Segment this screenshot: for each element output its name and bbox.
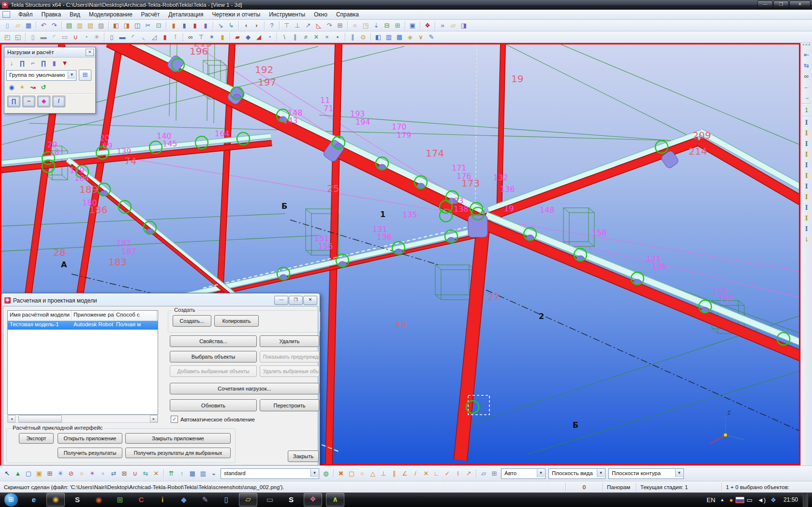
angle-icon[interactable]: ◺ (314, 21, 324, 30)
snap-angle-icon[interactable]: ∠ (400, 469, 410, 478)
dialog-title-bar[interactable]: ❖ Расчетная и проектная модели — ❐ ✕ (3, 295, 318, 306)
measure-icon[interactable]: ↗ (303, 21, 313, 30)
get-results-selected-button[interactable]: Получить результаты для выбранных (125, 448, 231, 458)
select-x-icon[interactable]: ✕ (151, 469, 161, 478)
tekla-tool-icon[interactable]: ❖ (423, 21, 432, 30)
edit-load-icon[interactable]: ✴ (17, 83, 28, 92)
snap-circle-icon[interactable]: ○ (357, 469, 367, 478)
close-application-button[interactable]: Закрыть приложение (125, 433, 231, 444)
maximize-button[interactable]: ❐ (773, 0, 789, 9)
copy-button[interactable]: Копировать (214, 315, 259, 327)
taskbar-chrome-icon[interactable]: ◉ (46, 493, 65, 507)
moment-load-icon[interactable]: ⌐ (28, 58, 38, 68)
close-button[interactable]: ✕ (789, 0, 811, 9)
open2-icon[interactable]: ▱ (448, 21, 458, 30)
fence-icon[interactable]: ⊤ (282, 21, 292, 30)
taskbar-tekla-icon[interactable]: ❖ (304, 493, 322, 507)
scroll-thumb[interactable] (18, 415, 62, 422)
snap-free-icon[interactable]: I (453, 469, 463, 478)
toggle-load-group-icon[interactable]: ∏ (7, 96, 20, 107)
new-model-icon[interactable]: ▯ (2, 21, 12, 30)
stack2-icon[interactable]: ◱ (13, 32, 23, 42)
vt-beam10-icon[interactable]: I (801, 213, 812, 223)
snap-corner-icon[interactable]: ∟ (432, 469, 442, 478)
save-icon[interactable]: ▦ (24, 21, 33, 30)
new-view-icon[interactable]: ◧ (111, 21, 121, 30)
select-point-icon[interactable]: ✳ (56, 469, 65, 478)
select-part-icon[interactable]: ▢ (24, 469, 33, 478)
point-load-icon[interactable]: ↓ (6, 58, 17, 68)
pen-red-icon[interactable]: ▰ (233, 32, 242, 42)
scroll-right-icon[interactable]: ► (150, 415, 158, 422)
grab-icon[interactable]: ◔ (81, 32, 91, 42)
door-blue-icon[interactable]: ▮ (179, 21, 189, 30)
circle-snap-icon[interactable]: ⊙ (358, 32, 368, 42)
taskbar-device-icon[interactable]: ▭ (261, 493, 279, 506)
area-load-icon[interactable]: ∏ (38, 58, 49, 68)
snap-box-icon[interactable]: ▢ (347, 469, 356, 478)
binoculars-icon[interactable]: ∞ (186, 32, 195, 42)
profile-end-icon[interactable]: ▯ (28, 32, 38, 42)
loads-palette-close-icon[interactable]: ✕ (86, 49, 94, 56)
beam-flat-icon[interactable]: ▬ (118, 32, 127, 42)
table3-icon[interactable]: ▦ (395, 32, 404, 42)
vt-beam6-icon[interactable]: I (801, 171, 812, 181)
menu-item-analysis[interactable]: Расчёт (137, 10, 164, 20)
weld-icon[interactable]: ∪ (71, 32, 80, 42)
select-weld-icon[interactable]: ∪ (130, 469, 140, 478)
tray-app-icon[interactable]: ● (729, 496, 733, 504)
loads-palette-title[interactable]: Нагрузки и расчёт ✕ (4, 47, 95, 58)
paste-icon[interactable]: ▧ (86, 21, 95, 30)
taskbar-ie-icon[interactable]: e (25, 493, 43, 506)
models-table[interactable]: Имя расчётной моделиПриложение рас...Спо… (7, 310, 158, 415)
taskbar-info-icon[interactable]: i (154, 493, 171, 506)
grow1-icon[interactable]: ⇈ (166, 469, 176, 478)
fly-icon[interactable]: ↘ (216, 21, 225, 30)
vt-beam7-icon[interactable]: I (801, 181, 812, 191)
toggle-nodes-icon[interactable]: ◆ (37, 96, 50, 107)
pen2-icon[interactable]: ✎ (427, 32, 436, 42)
taskbar-skype-dark-icon[interactable]: S (69, 493, 86, 506)
workplane-icon[interactable]: ⊤ (196, 32, 206, 42)
menu-item-file[interactable]: Файл (14, 10, 37, 20)
vt-beam11-icon[interactable]: I (801, 224, 812, 234)
dialog-minimize-button[interactable]: — (274, 296, 288, 305)
load-groups-button[interactable]: ⊞ (79, 70, 91, 81)
vt-beam4-icon[interactable]: I (801, 149, 812, 159)
taskbar-dropbox-icon[interactable]: ◆ (175, 493, 192, 506)
analyze-icon[interactable]: ◉ (6, 83, 17, 92)
bolt-icon[interactable]: ⇣ (371, 21, 381, 30)
dialog-close-icon[interactable]: ✕ (303, 296, 317, 305)
line3-icon[interactable]: ≠ (301, 32, 310, 42)
chevron-down-icon[interactable]: ▼ (68, 71, 75, 79)
keyboard-layout-flag-icon[interactable] (736, 497, 744, 503)
menu-item-detailing[interactable]: Детализация (164, 10, 207, 20)
pen-blue-icon[interactable]: ◆ (243, 32, 253, 42)
rotate-icon[interactable]: ◗ (252, 21, 262, 30)
table-row[interactable]: Тестовая модель-1Autodesk Robot ...Полна… (8, 321, 158, 330)
parallel-icon[interactable]: ∥ (348, 32, 357, 42)
taskbar-red-c-icon[interactable]: C (133, 493, 150, 506)
snap-x-icon[interactable]: ✖ (336, 469, 346, 478)
vt-next-icon[interactable]: → (801, 92, 812, 102)
select-objects-button[interactable]: Выбрать объекты (170, 351, 257, 362)
snap-cross-icon[interactable]: ✕ (421, 469, 431, 478)
volume-icon[interactable]: ◄) (757, 496, 766, 504)
snap-depth-combo[interactable]: Авто▼ (501, 468, 546, 479)
line6-icon[interactable]: ▪ (333, 32, 342, 42)
reset-loads-icon[interactable]: ↺ (38, 83, 49, 92)
snap-perp-icon[interactable]: ⊥ (379, 469, 388, 478)
grid-tool-icon[interactable]: ⊞ (335, 21, 345, 30)
delete-button[interactable]: Удалить (260, 335, 319, 347)
add-selected-button[interactable]: Добавить выбранные объекты (170, 365, 257, 377)
select-swap-icon[interactable]: ⇆ (141, 469, 150, 478)
select-spray-icon[interactable]: ✴ (88, 469, 97, 478)
dialog-maximize-button[interactable]: ❐ (289, 296, 303, 305)
snapshot-icon[interactable]: ◨ (459, 21, 469, 30)
vt-beam9-icon[interactable]: I (801, 203, 812, 213)
line4-icon[interactable]: ✕ (311, 32, 321, 42)
minimize-button[interactable]: — (757, 0, 773, 9)
select-filter-icon[interactable]: ⊘ (66, 469, 76, 478)
line-load-icon[interactable]: ∏ (17, 58, 28, 68)
beam-curve-icon[interactable]: ◟ (139, 32, 148, 42)
